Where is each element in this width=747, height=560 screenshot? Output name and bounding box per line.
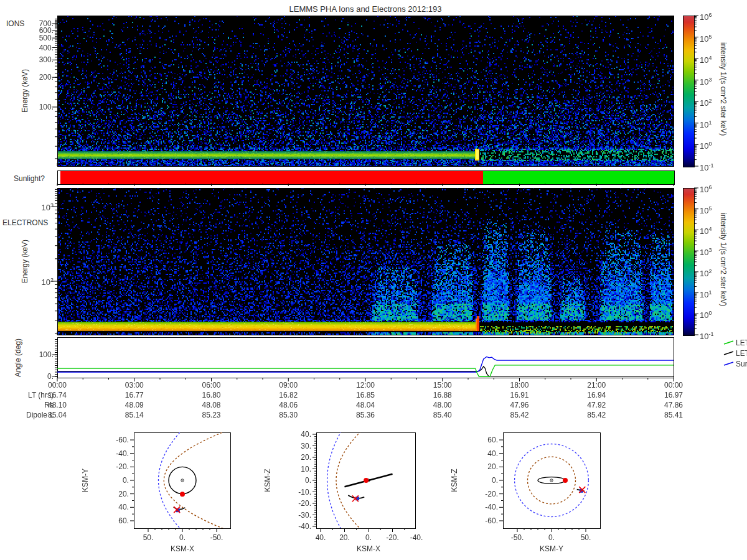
ion-energy-tick-label: 200. (27, 73, 54, 82)
orbit-ytick-label: -10. (286, 488, 311, 497)
orbit-ytick-label: -30. (286, 511, 311, 520)
orbit-xtick-label: -50. (201, 533, 232, 542)
electron-colorbar-tick-label: 100 (700, 309, 725, 320)
time-tick-label: 00:00 (39, 381, 76, 390)
legend-label-2: Sun Angle (736, 360, 747, 368)
ephemeris-value: 48.06 (270, 401, 307, 409)
ion-colorbar-tick-label: 101 (700, 118, 725, 129)
legend-label-1: LET BS Lon (736, 349, 747, 358)
time-tick-label: 18:00 (501, 381, 538, 390)
ephemeris-value: 16.97 (655, 391, 692, 399)
ephemeris-value: 85.04 (39, 411, 76, 419)
ephemeris-value: 47.92 (578, 401, 615, 409)
electron-colorbar-tick-label: 103 (700, 246, 725, 257)
legend-label-0: LET BS Lat (736, 338, 747, 347)
orbit-ytick-label: -20. (473, 490, 498, 498)
orbit-ytick-label: -20. (286, 499, 311, 508)
orbit-xtick-label: 0. (167, 533, 198, 542)
orbit-xaxis-label: KSM-Y (527, 544, 576, 553)
ion-colorbar-tick-label: 104 (700, 54, 725, 65)
electron-colorbar-tick-label: 104 (700, 225, 725, 236)
time-tick-label: 00:00 (655, 381, 692, 390)
ephemeris-value: 48.00 (424, 401, 461, 409)
ephemeris-value: 48.04 (347, 401, 384, 409)
orbit-xtick-label: 50. (133, 533, 164, 542)
electron-energy-tick-label: 102 (31, 276, 54, 287)
orbit-ytick-label: -60. (473, 516, 498, 525)
orbit-ytick-label: 30. (286, 442, 311, 450)
ephemeris-value: 85.40 (424, 411, 461, 419)
orbit-ytick-label: 60. (473, 436, 498, 444)
electron-colorbar-tick-label: 106 (700, 183, 725, 194)
ephemeris-value: 48.09 (116, 401, 153, 409)
orbit-ytick-label: -40. (104, 449, 129, 458)
orbit-ytick-label: 40. (104, 503, 129, 511)
orbit-ytick-label: 20. (473, 462, 498, 471)
orbit-ytick-label: 0. (286, 476, 311, 485)
ephemeris-value: 16.94 (578, 391, 615, 399)
orbit-ytick-label: 20. (286, 453, 311, 462)
time-tick-label: 12:00 (347, 381, 384, 390)
ephemeris-value: 16.77 (116, 391, 153, 399)
ion-colorbar-tick-label: 105 (700, 32, 725, 44)
ephemeris-value: 85.42 (578, 411, 615, 419)
ion-energy-tick-label: 500. (27, 34, 54, 42)
orbit-ytick-label: 20. (104, 490, 129, 498)
ion-colorbar-tick-label: 10-1 (700, 161, 725, 172)
electron-colorbar-tick-label: 105 (700, 204, 725, 215)
orbit-xaxis-label: KSM-X (157, 544, 207, 553)
ephemeris-value: 47.86 (655, 401, 692, 409)
orbit-xaxis-label: KSM-X (344, 544, 393, 553)
ephemeris-value: 16.85 (347, 391, 384, 399)
ion-energy-tick-label: 300. (27, 55, 54, 64)
angle-tick-label: 0. (27, 372, 54, 381)
time-tick-label: 06:00 (193, 381, 230, 390)
orbit-xtick-label: -40. (401, 533, 432, 542)
ephemeris-value: 16.82 (270, 391, 307, 399)
orbit-ytick-label: -40. (473, 503, 498, 511)
ephemeris-value: 48.08 (193, 401, 230, 409)
orbit-xtick-label: 0. (536, 533, 567, 542)
ephemeris-value: 48.10 (39, 401, 76, 409)
time-tick-label: 09:00 (270, 381, 307, 390)
ion-energy-tick-label: 100. (27, 103, 54, 111)
electron-colorbar-tick-label: 102 (700, 267, 725, 278)
ephemeris-value: 85.42 (501, 411, 538, 419)
orbit-ytick-label: -40. (286, 522, 311, 531)
ion-energy-tick-label: 400. (27, 44, 54, 52)
ion-colorbar-tick-label: 106 (700, 11, 725, 22)
ion-colorbar-tick-label: 102 (700, 96, 725, 108)
time-tick-label: 15:00 (424, 381, 461, 390)
orbit-ytick-label: -60. (104, 436, 129, 444)
time-tick-label: 03:00 (116, 381, 153, 390)
orbit-ytick-label: 0. (104, 476, 129, 485)
ephemeris-value: 85.30 (270, 411, 307, 419)
electron-colorbar-tick-label: 101 (700, 288, 725, 299)
orbit-ytick-label: 40. (473, 449, 498, 458)
orbit-ytick-label: -20. (104, 462, 129, 471)
orbit-yaxis-label: KSM-Y (81, 455, 90, 505)
ephemeris-value: 16.74 (39, 391, 76, 399)
ephemeris-value: 16.80 (193, 391, 230, 399)
ephemeris-value: 16.88 (424, 391, 461, 399)
time-tick-label: 21:00 (578, 381, 615, 390)
ephemeris-value: 85.14 (116, 411, 153, 419)
orbit-xtick-label: 50. (570, 533, 601, 542)
ephemeris-value: 85.41 (655, 411, 692, 419)
orbit-ytick-label: 60. (104, 516, 129, 525)
ephemeris-value: 85.36 (347, 411, 384, 419)
lemms-plot-page: LEMMS PHA Ions and Electrons 2012:193 IO… (0, 0, 747, 560)
orbit-ytick-label: 10. (286, 465, 311, 474)
orbit-xtick-label: -50. (502, 533, 533, 542)
orbit-yaxis-label: KSM-Z (263, 455, 272, 505)
ephemeris-value: 85.23 (193, 411, 230, 419)
ephemeris-value: 47.96 (501, 401, 538, 409)
ephemeris-value: 16.91 (501, 391, 538, 399)
electron-colorbar-tick-label: 10-1 (700, 330, 725, 341)
ion-colorbar-tick-label: 100 (700, 139, 725, 151)
orbit-yaxis-label: KSM-Z (450, 455, 459, 505)
angle-tick-label: 100. (27, 350, 54, 359)
ion-colorbar-tick-label: 103 (700, 75, 725, 86)
orbit-ytick-label: 40. (286, 430, 311, 439)
orbit-ytick-label: 0. (473, 476, 498, 485)
